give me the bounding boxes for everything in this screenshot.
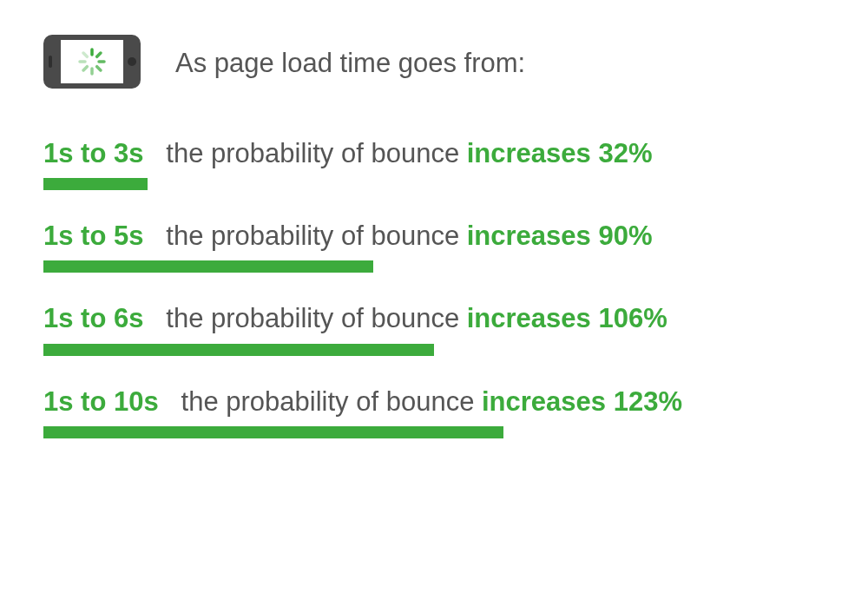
chart-bar [43, 344, 434, 356]
row-middle-text: the probability of bounce [166, 138, 459, 168]
row-label: 1s to 6s the probability of bounce incre… [43, 302, 825, 334]
row-increase: increases 106% [467, 303, 667, 333]
time-range: 1s to 10s [43, 386, 159, 417]
row-middle-text: the probability of bounce [181, 386, 475, 417]
row-increase: increases 123% [482, 386, 682, 417]
time-range: 1s to 6s [43, 303, 143, 333]
chart-rows: 1s to 3s the probability of bounce incre… [43, 137, 825, 438]
header: As page load time goes from: [43, 31, 825, 96]
time-range: 1s to 3s [43, 138, 143, 168]
row-middle-text: the probability of bounce [166, 221, 459, 251]
phone-loading-icon [43, 31, 141, 96]
chart-bar [43, 260, 373, 273]
row-label: 1s to 5s the probability of bounce incre… [43, 220, 825, 252]
chart-row: 1s to 5s the probability of bounce incre… [43, 220, 825, 273]
time-range: 1s to 5s [43, 221, 143, 251]
chart-bar [43, 426, 503, 438]
header-text: As page load time goes from: [175, 48, 525, 79]
chart-row: 1s to 3s the probability of bounce incre… [43, 137, 825, 190]
row-label: 1s to 10s the probability of bounce incr… [43, 385, 825, 418]
chart-bar [43, 178, 148, 190]
chart-row: 1s to 6s the probability of bounce incre… [43, 302, 825, 355]
svg-point-2 [128, 57, 136, 66]
svg-rect-3 [61, 40, 123, 83]
row-increase: increases 32% [467, 138, 653, 168]
svg-rect-1 [49, 56, 52, 68]
chart-row: 1s to 10s the probability of bounce incr… [43, 385, 825, 438]
row-middle-text: the probability of bounce [166, 303, 459, 333]
row-label: 1s to 3s the probability of bounce incre… [43, 137, 825, 169]
row-increase: increases 90% [467, 221, 653, 251]
